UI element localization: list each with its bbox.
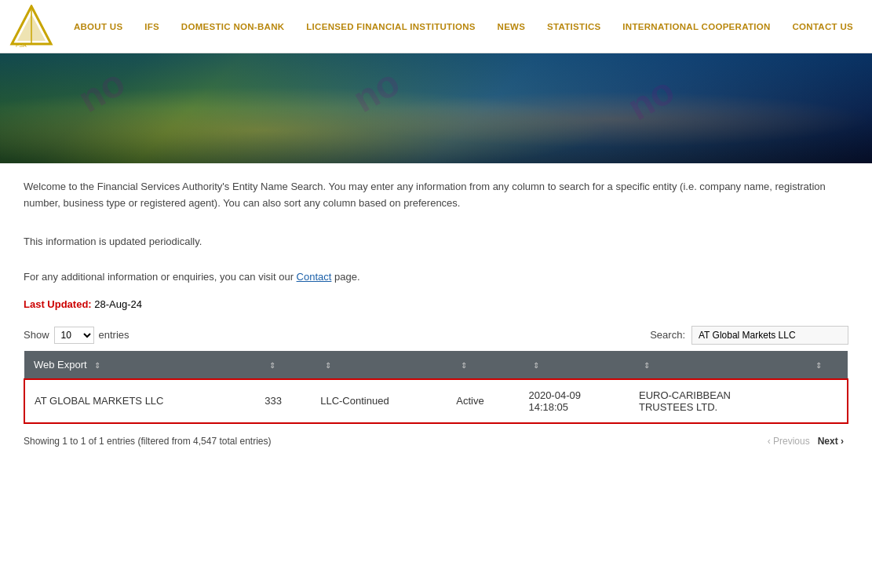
nav-international[interactable]: INTERNATIONAL COOPERATION: [619, 22, 773, 31]
next-button[interactable]: Next ›: [813, 434, 848, 448]
cell-business-type: LLC-Continued: [311, 379, 447, 423]
cell-date-line2: 14:18:05: [528, 401, 568, 413]
svg-text:FSA: FSA: [16, 42, 27, 48]
col-header-3[interactable]: ⇕: [311, 351, 447, 379]
col-header-7[interactable]: ⇕: [801, 351, 848, 379]
data-table: Web Export ⇕ ⇕ ⇕ ⇕ ⇕ ⇕ ⇕ AT GLOBAL MARKE…: [24, 351, 848, 424]
cell-agent: EURO-CARIBBEAN TRUSTEES LTD.: [629, 379, 801, 423]
hero-image: no no no: [0, 53, 872, 163]
contact-line-before: For any additional information or enquir…: [24, 271, 297, 283]
col-header-2[interactable]: ⇕: [255, 351, 311, 379]
previous-button[interactable]: ‹ Previous: [768, 436, 810, 447]
cell-extra: [801, 379, 848, 423]
show-label: Show: [24, 329, 49, 341]
sort-icon-1: ⇕: [94, 361, 100, 370]
sort-icon-4: ⇕: [461, 361, 467, 370]
col-header-6[interactable]: ⇕: [629, 351, 801, 379]
contact-line-after: page.: [331, 271, 359, 283]
sort-icon-6: ⇕: [644, 361, 650, 370]
pagination-area: Showing 1 to 1 of 1 entries (filtered fr…: [24, 430, 848, 448]
intro-paragraph-3: For any additional information or enquir…: [24, 271, 848, 283]
nav-news[interactable]: NEWS: [494, 22, 529, 31]
show-entries-area: Show 10 25 50 100 entries: [24, 327, 130, 344]
nav-domestic-non-bank[interactable]: DOMESTIC NON-BANK: [178, 22, 288, 31]
intro-paragraph-2: This information is updated periodically…: [24, 236, 848, 247]
search-input[interactable]: [691, 326, 848, 345]
navigation: FSA ABOUT US IFS DOMESTIC NON-BANK LICEN…: [0, 0, 872, 53]
cell-date-line1: 2020-04-09: [528, 389, 581, 401]
nav-about-us[interactable]: ABOUT US: [71, 22, 126, 31]
intro-paragraph-1: Welcome to the Financial Services Author…: [24, 179, 848, 212]
search-area: Search:: [650, 326, 848, 345]
cell-company-name: AT GLOBAL MARKETS LLC: [24, 379, 255, 423]
table-row: AT GLOBAL MARKETS LLC 333 LLC-Continued …: [24, 379, 848, 423]
sort-icon-3: ⇕: [325, 361, 331, 370]
cell-reg-number: 333: [255, 379, 311, 423]
table-header-row: Web Export ⇕ ⇕ ⇕ ⇕ ⇕ ⇕ ⇕: [24, 351, 848, 379]
search-label: Search:: [650, 329, 685, 341]
contact-link[interactable]: Contact: [297, 271, 332, 283]
cell-date: 2020-04-09 14:18:05: [519, 379, 629, 423]
nav-licensed-financial[interactable]: LICENSED FINANCIAL INSTITUTIONS: [303, 22, 478, 31]
sort-icon-2: ⇕: [269, 361, 275, 370]
pagination-buttons: ‹ Previous Next ›: [768, 434, 848, 448]
nav-statistics[interactable]: STATISTICS: [544, 22, 604, 31]
table-controls: Show 10 25 50 100 entries Search:: [24, 326, 848, 345]
nav-ifs[interactable]: IFS: [141, 22, 162, 31]
nav-links: ABOUT US IFS DOMESTIC NON-BANK LICENSED …: [63, 20, 864, 32]
cell-status: Active: [447, 379, 519, 423]
last-updated-label: Last Updated:: [24, 298, 92, 310]
col-header-4[interactable]: ⇕: [447, 351, 519, 379]
main-content: Welcome to the Financial Services Author…: [0, 163, 872, 464]
col-header-5[interactable]: ⇕: [519, 351, 629, 379]
last-updated-date: 28-Aug-24: [94, 298, 142, 310]
col-header-label: Web Export: [34, 359, 87, 371]
cell-agent-line1: EURO-CARIBBEAN: [639, 389, 731, 401]
nav-contact-us[interactable]: CONTACT US: [789, 22, 856, 31]
logo: FSA: [8, 5, 55, 48]
sort-icon-5: ⇕: [533, 361, 539, 370]
col-header-web-export[interactable]: Web Export ⇕: [24, 351, 255, 379]
cell-agent-line2: TRUSTEES LTD.: [639, 401, 717, 413]
entries-select[interactable]: 10 25 50 100: [54, 327, 94, 344]
sort-icon-7: ⇕: [815, 361, 822, 370]
last-updated: Last Updated: 28-Aug-24: [24, 298, 848, 310]
showing-text: Showing 1 to 1 of 1 entries (filtered fr…: [24, 436, 272, 447]
entries-label: entries: [99, 329, 130, 341]
